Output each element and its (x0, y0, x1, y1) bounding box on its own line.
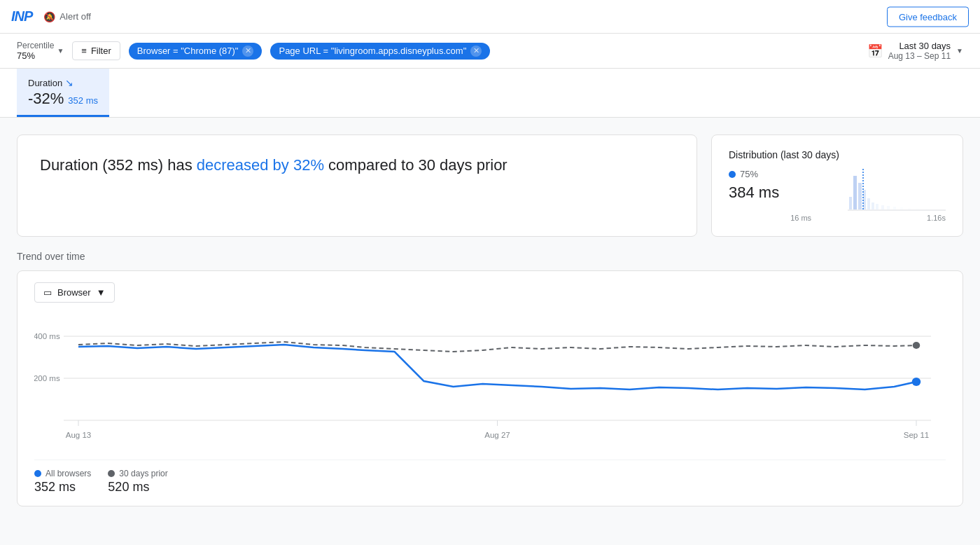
svg-text:Sep 11: Sep 11 (904, 431, 930, 439)
trend-chart-container: 400 ms 200 ms Aug 13 Aug 27 Sep 11 (34, 308, 946, 448)
tab-duration[interactable]: Duration ↘ -32% 352 ms (17, 69, 109, 117)
chart-legend: All browsers 352 ms 30 days prior 520 ms (34, 460, 946, 495)
browser-chevron-icon: ▼ (97, 287, 106, 298)
summary-before: Duration (352 ms) has (40, 156, 197, 174)
tab-duration-name: Duration (28, 78, 62, 88)
legend-30-days-prior: 30 days prior 520 ms (108, 469, 167, 495)
dist-value: 384 ms (729, 184, 779, 202)
svg-rect-1 (853, 176, 857, 209)
browser-selector[interactable]: ▭ Browser ▼ (34, 282, 115, 303)
dist-range-start: 16 ms (790, 214, 811, 222)
summary-after: compared to 30 days prior (324, 156, 507, 174)
give-feedback-button[interactable]: Give feedback (887, 6, 969, 27)
tab-current-value: 352 ms (68, 95, 98, 106)
legend-prior-value: 520 ms (108, 480, 167, 495)
summary-card: Duration (352 ms) has decreased by 32% c… (17, 134, 697, 237)
date-range-sub: Aug 13 – Sep 11 (888, 51, 951, 61)
distribution-title: Distribution (last 30 days) (729, 149, 946, 160)
percentile-label: Percentile (17, 41, 54, 50)
chip-url: Page URL = "livingroom.apps.disneyplus.c… (270, 43, 490, 60)
trend-section: Trend over time ▭ Browser ▼ 400 ms 200 m… (17, 251, 963, 506)
calendar-icon: 📅 (867, 43, 883, 59)
toolbar: Percentile 75% ▼ ≡ Filter Browser = "Chr… (0, 34, 980, 69)
app-logo: INP (11, 8, 32, 25)
date-range-label: Last 30 days (888, 41, 951, 51)
dist-dot-icon (729, 171, 736, 178)
svg-text:200 ms: 200 ms (34, 374, 60, 382)
alert-label: Alert off (59, 11, 91, 22)
summary-highlight: decreased by 32% (197, 156, 324, 174)
svg-rect-9 (893, 207, 896, 209)
svg-rect-11 (908, 208, 911, 209)
filter-icon: ≡ (81, 46, 87, 56)
main-content: Duration (352 ms) has decreased by 32% c… (0, 118, 980, 523)
svg-rect-2 (858, 183, 862, 209)
svg-point-27 (913, 342, 920, 349)
svg-rect-13 (926, 209, 929, 209)
distribution-chart: 16 ms 1.16s (790, 169, 946, 222)
dist-chart-svg (848, 169, 946, 211)
percentile-value: 75% (17, 50, 54, 61)
svg-rect-6 (876, 204, 878, 209)
chip-url-label: Page URL = "livingroom.apps.disneyplus.c… (279, 46, 466, 56)
svg-rect-5 (872, 202, 874, 209)
tab-change-value: -32% (28, 90, 64, 108)
chip-url-close[interactable]: ✕ (470, 46, 482, 57)
percentile-selector[interactable]: Percentile 75% ▼ (17, 41, 64, 61)
filter-button[interactable]: ≡ Filter (72, 41, 120, 60)
legend-prior-label: 30 days prior (119, 469, 167, 478)
svg-text:400 ms: 400 ms (34, 332, 60, 340)
svg-rect-12 (916, 208, 919, 209)
date-range-selector[interactable]: 📅 Last 30 days Aug 13 – Sep 11 ▼ (867, 41, 963, 61)
metric-tabs: Duration ↘ -32% 352 ms (0, 69, 980, 118)
percentile-chevron-icon: ▼ (57, 47, 64, 55)
distribution-card: Distribution (last 30 days) 75% 384 ms (711, 134, 963, 237)
bell-off-icon: 🔕 (43, 11, 55, 22)
legend-all-browsers-value: 352 ms (34, 480, 91, 495)
header: INP 🔕 Alert off Give feedback (0, 0, 980, 34)
browser-icon: ▭ (43, 287, 52, 298)
browser-selector-label: Browser (57, 287, 91, 298)
dist-chart-labels: 16 ms 1.16s (790, 214, 946, 222)
legend-blue-dot (34, 470, 41, 477)
svg-text:Aug 27: Aug 27 (484, 431, 510, 439)
trend-card: ▭ Browser ▼ 400 ms 200 ms Aug 13 Aug 27 (17, 270, 963, 506)
svg-text:Aug 13: Aug 13 (66, 431, 92, 439)
date-chevron-icon: ▼ (956, 47, 963, 55)
alert-toggle[interactable]: 🔕 Alert off (43, 11, 91, 22)
summary-text: Duration (352 ms) has decreased by 32% c… (40, 155, 674, 177)
svg-rect-7 (881, 205, 884, 209)
legend-all-browsers: All browsers 352 ms (34, 469, 91, 495)
dist-legend-pct: 75% (740, 169, 758, 179)
trend-chart-svg: 400 ms 200 ms Aug 13 Aug 27 Sep 11 (34, 308, 946, 448)
chip-browser: Browser = "Chrome (87)" ✕ (129, 43, 262, 60)
svg-rect-4 (867, 198, 870, 209)
svg-rect-0 (849, 197, 852, 209)
svg-point-28 (912, 378, 921, 386)
dist-range-end: 1.16s (927, 214, 946, 222)
chip-browser-close[interactable]: ✕ (242, 46, 253, 57)
chip-browser-label: Browser = "Chrome (87)" (137, 46, 239, 56)
summary-row: Duration (352 ms) has decreased by 32% c… (17, 134, 963, 237)
trend-title: Trend over time (17, 251, 963, 262)
svg-rect-8 (887, 206, 890, 209)
svg-rect-10 (900, 207, 903, 209)
tab-trend-icon: ↘ (65, 77, 74, 88)
legend-grey-dot (108, 470, 115, 477)
filter-label: Filter (91, 46, 111, 56)
legend-all-browsers-label: All browsers (46, 469, 91, 478)
